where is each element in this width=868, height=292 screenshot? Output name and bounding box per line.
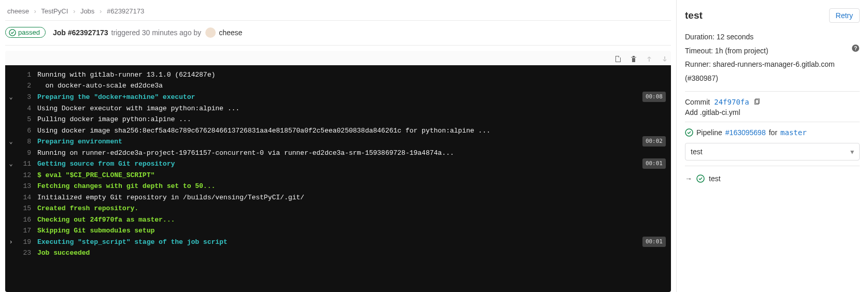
status-badge: passed (5, 27, 46, 38)
line-number[interactable]: 11 (17, 158, 37, 169)
log-text: Using Docker executor with image python:… (37, 103, 240, 114)
section-duration: 00:01 (642, 158, 666, 169)
job-log[interactable]: 1Running with gitlab-runner 13.1.0 (6214… (5, 65, 671, 292)
line-number[interactable]: 15 (17, 203, 37, 214)
log-text: Fetching changes with git depth set to 5… (37, 181, 215, 192)
scroll-down-icon (661, 55, 669, 63)
log-text: Preparing the "docker+machine" executor (37, 92, 195, 103)
current-job-row[interactable]: → test (685, 174, 860, 183)
trash-icon[interactable] (629, 55, 638, 63)
job-id: Job #623927173 (53, 28, 108, 37)
commit-label: Commit (685, 98, 710, 106)
breadcrumb-item[interactable]: cheese (7, 7, 29, 15)
job-header: passed Job #623927173 triggered 30 minut… (5, 20, 671, 46)
log-text: Skipping Git submodules setup (37, 225, 155, 236)
check-circle-icon (9, 29, 16, 36)
section-duration: 00:01 (642, 237, 666, 247)
pipeline-for: for (769, 128, 777, 137)
log-line: 4Using Docker executor with image python… (5, 103, 671, 114)
duration-label: Duration: (685, 33, 715, 41)
commit-message: Add .gitlab-ci.yml (685, 108, 860, 116)
log-line: ⌄3Preparing the "docker+machine" executo… (5, 92, 671, 103)
breadcrumb-item[interactable]: #623927173 (107, 7, 144, 15)
log-line: 2 on docker-auto-scale ed2dce3a (5, 80, 671, 91)
breadcrumb: cheese › TestPyCI › Jobs › #623927173 (5, 5, 671, 20)
log-line: 9Running on runner-ed2dce3a-project-1976… (5, 148, 671, 158)
log-line: ⌄8Preparing environment00:02 (5, 136, 671, 148)
status-label: passed (18, 28, 40, 36)
log-text: on docker-auto-scale ed2dce3a (37, 80, 163, 91)
chevron-down-icon[interactable]: ⌄ (9, 159, 12, 170)
copy-icon[interactable] (753, 98, 761, 106)
log-text: Created fresh repository. (37, 203, 138, 214)
retry-button[interactable]: Retry (829, 8, 860, 23)
line-number[interactable]: 23 (17, 247, 37, 258)
log-text: Preparing environment (37, 136, 122, 147)
line-number[interactable]: 8 (17, 136, 37, 147)
triggered-text: triggered 30 minutes ago by (111, 28, 202, 37)
runner-label: Runner: (685, 60, 711, 68)
line-number[interactable]: 4 (17, 103, 37, 114)
duration-value: 12 seconds (717, 33, 754, 41)
line-number[interactable]: 17 (17, 225, 37, 236)
log-line: 1Running with gitlab-runner 13.1.0 (6214… (5, 69, 671, 80)
log-line: 5Pulling docker image python:alpine ... (5, 114, 671, 125)
svg-text:?: ? (854, 46, 857, 51)
log-line: 17Skipping Git submodules setup (5, 225, 671, 236)
chevron-right-icon: › (100, 7, 102, 15)
chevron-right-icon[interactable]: › (9, 238, 12, 248)
arrow-right-icon: → (685, 174, 692, 183)
log-line: ›19Executing "step_script" stage of the … (5, 237, 671, 248)
section-duration: 00:02 (642, 136, 666, 147)
line-number[interactable]: 5 (17, 114, 37, 125)
line-number[interactable]: 13 (17, 181, 37, 192)
log-text: Running with gitlab-runner 13.1.0 (62142… (37, 69, 215, 80)
chevron-down-icon: ▾ (850, 148, 854, 156)
branch-link[interactable]: master (780, 128, 807, 137)
log-line: 14Initialized empty Git repository in /b… (5, 192, 671, 203)
line-number[interactable]: 2 (17, 80, 37, 91)
line-number[interactable]: 19 (17, 237, 37, 247)
timeout-label: Timeout: (685, 47, 713, 55)
avatar[interactable] (205, 27, 216, 38)
line-number[interactable]: 16 (17, 214, 37, 225)
log-line: 16Checking out 24f970fa as master... (5, 214, 671, 225)
log-text: Checking out 24f970fa as master... (37, 214, 175, 225)
log-line: 15Created fresh repository. (5, 203, 671, 214)
current-job-name: test (709, 174, 721, 183)
stage-select-value: test (691, 148, 703, 156)
log-line: 6Using docker image sha256:8ecf5a48c789c… (5, 125, 671, 136)
job-sidebar: test Retry Duration: 12 seconds Timeout:… (676, 0, 868, 292)
log-text: Getting source from Git repository (37, 158, 175, 169)
scroll-up-icon (645, 55, 653, 63)
log-line: 13Fetching changes with git depth set to… (5, 181, 671, 192)
raw-log-icon[interactable] (614, 55, 622, 63)
breadcrumb-item[interactable]: Jobs (80, 7, 94, 15)
help-icon[interactable]: ? (851, 44, 860, 52)
pipeline-label: Pipeline (696, 128, 722, 137)
pipeline-link[interactable]: #163095698 (725, 128, 766, 137)
line-number[interactable]: 6 (17, 125, 37, 136)
line-number[interactable]: 9 (17, 148, 37, 158)
line-number[interactable]: 3 (17, 92, 37, 103)
line-number[interactable]: 1 (17, 69, 37, 80)
line-number[interactable]: 14 (17, 192, 37, 203)
log-text: Pulling docker image python:alpine ... (37, 114, 191, 125)
user-link[interactable]: cheese (219, 28, 242, 37)
commit-sha-link[interactable]: 24f970fa (714, 98, 749, 106)
log-toolbar (5, 51, 671, 65)
job-meta: Duration: 12 seconds Timeout: 1h (from p… (685, 30, 860, 85)
chevron-right-icon: › (34, 7, 36, 15)
stage-select[interactable]: test ▾ (685, 143, 860, 160)
chevron-down-icon[interactable]: ⌄ (9, 137, 12, 148)
log-line: 23Job succeeded (5, 247, 671, 258)
breadcrumb-item[interactable]: TestPyCI (41, 7, 68, 15)
line-number[interactable]: 12 (17, 170, 37, 181)
log-text: $ eval "$CI_PRE_CLONE_SCRIPT" (37, 170, 155, 181)
chevron-right-icon: › (73, 7, 75, 15)
chevron-down-icon[interactable]: ⌄ (9, 93, 12, 103)
page-title: test (685, 10, 703, 21)
section-duration: 00:08 (642, 92, 666, 102)
log-text: Executing "step_script" stage of the job… (37, 237, 228, 247)
log-text: Using docker image sha256:8ecf5a48c789c6… (37, 125, 491, 136)
